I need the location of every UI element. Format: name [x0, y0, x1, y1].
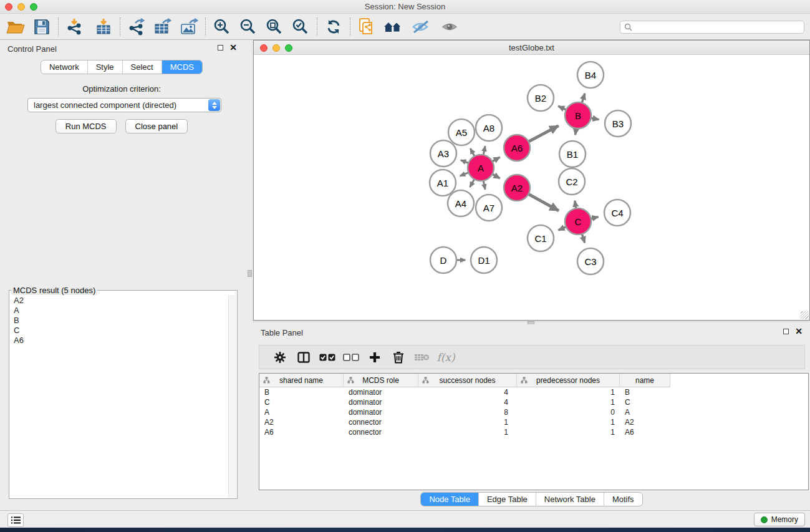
graph-edge-A6-B[interactable] — [529, 126, 559, 142]
graph-edge-A-A5[interactable] — [470, 148, 475, 156]
tab-mcds[interactable]: MCDS — [162, 60, 202, 74]
search-input[interactable] — [620, 21, 804, 34]
save-session-icon[interactable] — [31, 17, 52, 37]
add-row-icon[interactable] — [363, 348, 387, 367]
table-cell[interactable]: 4 — [418, 387, 517, 397]
window-resize-grip[interactable] — [801, 311, 809, 319]
column-header-successor-nodes[interactable]: successor nodes — [418, 374, 517, 387]
tab-edge-table[interactable]: Edge Table — [479, 493, 536, 506]
vertical-split-grip[interactable] — [248, 270, 252, 277]
float-table-panel-icon[interactable] — [783, 329, 789, 334]
table-cell[interactable]: 1 — [517, 397, 620, 407]
table-cell[interactable]: A — [620, 407, 670, 417]
table-row[interactable]: A6connector11A6 — [259, 427, 808, 437]
function-builder-icon[interactable]: f(x) — [434, 348, 458, 367]
delete-table-icon[interactable] — [410, 348, 434, 367]
tab-motifs[interactable]: Motifs — [604, 493, 642, 506]
settings-gear-icon[interactable] — [268, 348, 292, 367]
table-cell[interactable]: A6 — [259, 427, 344, 437]
run-mcds-button[interactable]: Run MCDS — [55, 119, 117, 133]
tab-select[interactable]: Select — [123, 60, 162, 74]
zoom-fit-icon[interactable] — [264, 17, 285, 37]
table-cell[interactable]: 4 — [418, 397, 517, 407]
delete-row-icon[interactable] — [387, 348, 410, 367]
graph-edge-C-C2[interactable] — [575, 201, 576, 208]
zoom-out-icon[interactable] — [238, 17, 259, 37]
node-table[interactable]: shared name MCDS role successor nodes pr… — [259, 373, 809, 490]
open-session-icon[interactable] — [5, 17, 26, 37]
graph-edge-A-A1[interactable] — [460, 173, 469, 176]
mcds-list-scrollbar[interactable] — [228, 295, 236, 498]
graph-edge-A-A6[interactable] — [492, 157, 499, 162]
zoom-selected-icon[interactable] — [290, 17, 311, 37]
export-image-icon[interactable] — [178, 17, 200, 37]
graph-edge-A-A2[interactable] — [492, 174, 499, 178]
table-cell[interactable]: A2 — [620, 417, 670, 427]
table-cell[interactable]: A6 — [620, 427, 670, 437]
hide-selected-icon[interactable] — [411, 17, 432, 37]
deselect-all-icon[interactable] — [339, 348, 363, 367]
mcds-result-item[interactable]: B — [14, 316, 228, 326]
table-cell[interactable]: 1 — [517, 417, 620, 427]
table-cell[interactable]: B — [620, 387, 670, 397]
tab-style[interactable]: Style — [88, 60, 123, 74]
table-cell[interactable]: 1 — [418, 417, 517, 427]
table-row[interactable]: Bdominator41B — [259, 387, 808, 397]
graph-edge-A-A8[interactable] — [483, 146, 485, 155]
import-network-icon[interactable] — [64, 17, 85, 37]
graph-edge-A2-C[interactable] — [528, 194, 559, 211]
table-cell[interactable]: dominator — [344, 387, 418, 397]
export-table-icon[interactable] — [152, 17, 173, 37]
zoom-in-icon[interactable] — [211, 17, 233, 37]
table-body[interactable]: Bdominator41BCdominator41CAdominator80AA… — [259, 387, 808, 437]
table-row[interactable]: Adominator80A — [259, 407, 808, 417]
graph-edge-A-A4[interactable] — [470, 179, 475, 187]
export-network-icon[interactable] — [126, 17, 147, 37]
mcds-result-item[interactable]: A6 — [14, 336, 228, 346]
table-row[interactable]: Cdominator41C — [259, 397, 808, 407]
table-cell[interactable]: dominator — [344, 407, 418, 417]
table-cell[interactable]: 1 — [517, 427, 620, 437]
close-table-panel-icon[interactable]: ✕ — [795, 328, 803, 334]
show-columns-icon[interactable] — [292, 348, 316, 367]
graph-edge-C-C3[interactable] — [582, 234, 584, 243]
column-header-mcds-role[interactable]: MCDS role — [344, 374, 418, 387]
graph-edge-C-C4[interactable] — [591, 217, 598, 219]
graph-edge-A-A7[interactable] — [483, 181, 485, 190]
table-cell[interactable]: 0 — [517, 407, 620, 417]
table-cell[interactable]: A — [259, 407, 344, 417]
network-canvas[interactable]: B4B2BB3A5A8A6B1A3AC2A1A2A4A7C4CC1DD1C3 — [254, 55, 809, 320]
mcds-result-item[interactable]: A2 — [14, 296, 228, 306]
criterion-dropdown[interactable]: largest connected component (directed) — [27, 98, 221, 112]
task-history-button[interactable] — [7, 513, 24, 527]
table-cell[interactable]: A2 — [259, 417, 344, 427]
graph-edge-C-C1[interactable] — [558, 227, 566, 231]
network-window-titlebar[interactable]: testGlobe.txt — [254, 41, 809, 55]
graph-edge-B-B1[interactable] — [575, 128, 576, 135]
show-all-icon[interactable] — [440, 17, 461, 37]
table-cell[interactable]: dominator — [344, 397, 418, 407]
close-panel-button[interactable]: Close panel — [125, 119, 188, 133]
table-cell[interactable]: C — [620, 397, 670, 407]
column-header-name[interactable]: name — [620, 374, 670, 387]
mcds-result-item[interactable]: A — [14, 306, 228, 316]
table-cell[interactable]: 8 — [418, 407, 517, 417]
tab-network-table[interactable]: Network Table — [536, 493, 604, 506]
first-neighbors-icon[interactable] — [382, 17, 403, 37]
graph-edge-B-B3[interactable] — [591, 118, 599, 120]
table-cell[interactable]: connector — [344, 417, 418, 427]
clone-network-icon[interactable] — [356, 17, 377, 37]
column-header-shared-name[interactable]: shared name — [259, 374, 344, 387]
memory-button[interactable]: Memory — [754, 513, 805, 526]
table-cell[interactable]: connector — [344, 427, 418, 437]
mcds-result-list[interactable]: A2ABCA6 — [10, 295, 228, 498]
refresh-view-icon[interactable] — [323, 17, 344, 37]
table-cell[interactable]: C — [259, 397, 344, 407]
mcds-result-item[interactable]: C — [14, 326, 228, 336]
table-row[interactable]: A2connector11A2 — [259, 417, 808, 427]
tab-network[interactable]: Network — [41, 60, 88, 74]
table-cell[interactable]: 1 — [418, 427, 517, 437]
close-panel-icon[interactable]: ✕ — [229, 44, 237, 51]
select-all-icon[interactable] — [316, 348, 339, 367]
column-header-predecessor-nodes[interactable]: predecessor nodes — [517, 374, 620, 387]
